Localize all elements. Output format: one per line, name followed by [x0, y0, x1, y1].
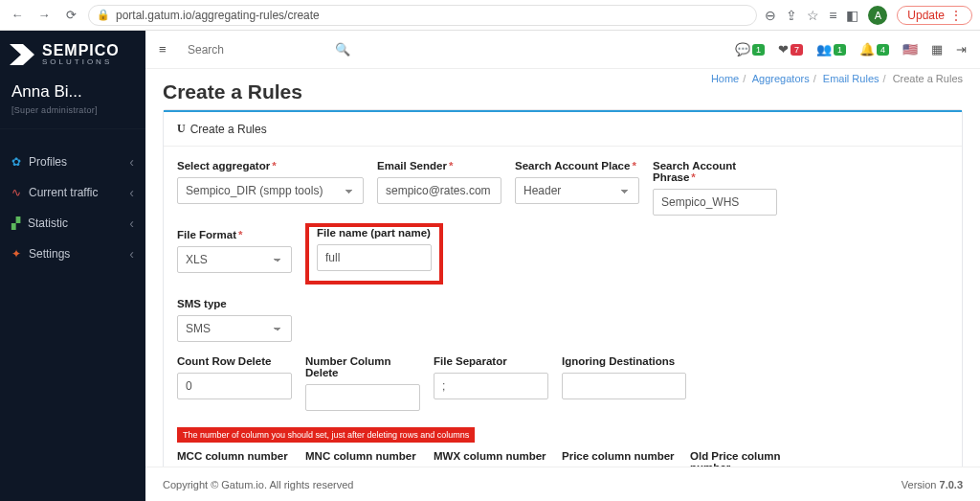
label-old-price: Old Price column number: [690, 450, 814, 467]
chevron-left-icon: ‹: [129, 216, 134, 231]
forward-icon[interactable]: →: [34, 8, 54, 22]
label-mcc: MCC column number: [177, 450, 292, 462]
sidebar: SEMPICO SOLUTIONS Anna Bi... [Super admi…: [0, 31, 145, 501]
menu-icon[interactable]: ≡: [159, 42, 176, 57]
logout-icon[interactable]: ⇥: [956, 42, 967, 57]
sidebar-item-statistic[interactable]: ▞Statistic ‹: [0, 208, 145, 239]
label-aggregator: Select aggregator*: [177, 160, 364, 171]
footer: Copyright © Gatum.io. All rights reserve…: [145, 467, 980, 501]
main: ≡ 🔍 💬1 ❤7 👥1 🔔4 🇺🇸 ▦ ⇥ Home/ Aggregators…: [145, 31, 980, 501]
star-icon[interactable]: ☆: [807, 8, 819, 23]
wrench-icon: ✦: [11, 247, 21, 261]
heart-icon[interactable]: ❤7: [778, 42, 803, 57]
sidebar-item-label: Profiles: [29, 155, 67, 169]
file-name-input[interactable]: [317, 244, 432, 271]
topbar-icons: 💬1 ❤7 👥1 🔔4 🇺🇸 ▦ ⇥: [735, 42, 967, 57]
url-bar[interactable]: 🔒 portal.gatum.io/aggregating-rules/crea…: [88, 5, 757, 26]
bell-badge: 4: [877, 44, 889, 56]
u-icon: U: [177, 122, 186, 136]
label-count-row: Count Row Delete: [177, 355, 292, 367]
label-mnc: MNC column number: [305, 450, 420, 462]
heart-badge: 7: [791, 44, 803, 56]
browser-chrome: ← → ⟳ 🔒 portal.gatum.io/aggregating-rule…: [0, 0, 980, 31]
chevron-left-icon: ‹: [129, 154, 134, 170]
chat-badge: 1: [752, 44, 765, 56]
panel-icon[interactable]: ◧: [846, 8, 858, 23]
link-icon: ∿: [11, 186, 21, 199]
chat-icon[interactable]: 💬1: [735, 42, 765, 57]
sms-type-select[interactable]: SMS: [177, 315, 292, 342]
svg-marker-0: [10, 44, 34, 65]
users-icon[interactable]: 👥1: [816, 42, 846, 57]
gear-icon: ✿: [11, 155, 21, 169]
logo-mark-icon: [8, 40, 36, 69]
crumb-home[interactable]: Home: [711, 73, 739, 84]
crumb-current: Create a Rules: [893, 73, 963, 84]
card-header: U Create a Rules: [164, 110, 962, 147]
card-title: Create a Rules: [190, 123, 267, 136]
email-sender-input[interactable]: [377, 177, 501, 204]
label-file-sep: File Separator: [434, 355, 548, 367]
label-file-format: File Format*: [177, 229, 292, 240]
bell-icon[interactable]: 🔔4: [859, 42, 889, 57]
sidebar-item-label: Current traffic: [29, 186, 98, 199]
side-nav: ✿Profiles ‹ ∿Current traffic ‹ ▞Statisti…: [0, 147, 145, 269]
users-badge: 1: [834, 44, 846, 56]
back-icon[interactable]: ←: [8, 8, 27, 22]
list-icon[interactable]: ≡: [829, 8, 836, 23]
update-button[interactable]: Update ⋮: [897, 6, 972, 25]
zoom-icon[interactable]: ⊖: [765, 8, 776, 23]
url-text: portal.gatum.io/aggregating-rules/create: [116, 9, 320, 22]
flag-icon[interactable]: 🇺🇸: [902, 42, 918, 57]
sidebar-item-label: Statistic: [28, 216, 68, 230]
brand-sub: SOLUTIONS: [42, 58, 120, 66]
file-format-select[interactable]: XLS: [177, 246, 292, 273]
sidebar-item-settings[interactable]: ✦Settings ‹: [0, 239, 145, 269]
search-input[interactable]: [188, 43, 327, 57]
grid-icon[interactable]: ▦: [931, 42, 943, 57]
sidebar-item-current-traffic[interactable]: ∿Current traffic ‹: [0, 177, 145, 208]
crumb-aggregators[interactable]: Aggregators: [752, 73, 810, 84]
breadcrumb: Home/ Aggregators/ Email Rules/ Create a…: [711, 73, 963, 84]
profile-avatar[interactable]: A: [868, 6, 887, 25]
crumb-email-rules[interactable]: Email Rules: [823, 73, 880, 84]
content: Home/ Aggregators/ Email Rules/ Create a…: [145, 69, 980, 467]
ignore-dest-input[interactable]: [562, 373, 686, 399]
search-icon[interactable]: 🔍: [335, 42, 350, 57]
user-role: [Super administrator]: [11, 105, 134, 115]
label-ignore-dest: Ignoring Destinations: [562, 355, 686, 367]
label-file-name: File name (part name): [317, 227, 432, 239]
label-num-col: Number Column Delete: [305, 355, 420, 378]
user-block: Anna Bi... [Super administrator]: [0, 75, 145, 129]
label-email-sender: Email Sender*: [377, 160, 501, 171]
form-card: U Create a Rules Select aggregator* Semp…: [163, 109, 963, 467]
search-phrase-input[interactable]: [653, 189, 777, 216]
topbar: ≡ 🔍 💬1 ❤7 👥1 🔔4 🇺🇸 ▦ ⇥: [145, 31, 980, 69]
lock-icon: 🔒: [97, 9, 110, 21]
brand-name: SEMPICO: [42, 43, 120, 58]
label-search-phrase: Search Account Phrase*: [653, 160, 777, 183]
reload-icon[interactable]: ⟳: [61, 8, 80, 22]
label-search-place: Search Account Place*: [515, 160, 639, 171]
copyright: Copyright © Gatum.io. All rights reserve…: [163, 479, 353, 490]
file-sep-input[interactable]: [434, 373, 548, 399]
version: Version 7.0.3: [902, 479, 963, 490]
top-search[interactable]: 🔍: [188, 42, 350, 57]
chevron-left-icon: ‹: [129, 246, 134, 262]
select-aggregator[interactable]: Sempico_DIR (smpp tools): [177, 177, 364, 204]
num-col-input[interactable]: [305, 384, 420, 411]
update-label: Update: [907, 9, 945, 22]
sidebar-item-label: Settings: [29, 247, 70, 261]
share-icon[interactable]: ⇪: [786, 8, 797, 23]
count-row-input[interactable]: [177, 373, 292, 399]
hint-strip: The number of column you should set, jus…: [177, 427, 475, 443]
kebab-icon: ⋮: [950, 9, 962, 22]
sidebar-item-profiles[interactable]: ✿Profiles ‹: [0, 147, 145, 177]
chrome-right: ⊖ ⇪ ☆ ≡ ◧ A Update ⋮: [765, 6, 972, 25]
label-mwx: MWX column number: [434, 450, 548, 462]
chart-icon: ▞: [11, 216, 20, 230]
user-name: Anna Bi...: [11, 82, 134, 102]
search-place-select[interactable]: Header: [515, 177, 639, 204]
chevron-left-icon: ‹: [129, 185, 134, 200]
brand-logo: SEMPICO SOLUTIONS: [0, 31, 145, 75]
